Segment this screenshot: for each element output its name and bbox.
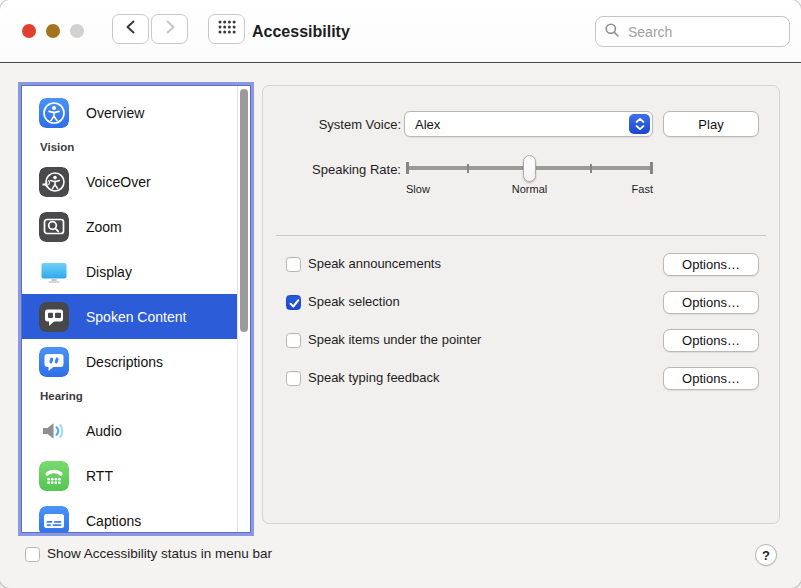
sidebar-list: Overview Vision VoiceOver [22, 86, 237, 532]
sidebar-item-label: Display [86, 264, 132, 280]
system-voice-popup[interactable]: Alex [404, 111, 653, 137]
sidebar: Overview Vision VoiceOver [21, 85, 251, 533]
sidebar-item-label: Captions [86, 513, 141, 529]
sidebar-item-captions[interactable]: Captions [22, 498, 237, 532]
toolbar: Accessibility [0, 0, 801, 63]
sidebar-item-audio[interactable]: Audio [22, 408, 237, 453]
chevron-right-icon [162, 19, 178, 39]
zoom-window-button[interactable] [70, 24, 84, 38]
slider-tick [467, 164, 469, 173]
sidebar-item-overview[interactable]: Overview [22, 90, 237, 135]
system-voice-label: System Voice: [263, 117, 401, 132]
spoken-content-icon [39, 302, 69, 332]
page-title: Accessibility [252, 0, 350, 63]
system-voice-value: Alex [415, 117, 440, 132]
speak-announcements-row: Speak announcements Options… [263, 253, 781, 277]
speak-items-under-pointer-options-button[interactable]: Options… [663, 329, 759, 352]
slider-tick [650, 162, 653, 174]
speak-announcements-checkbox[interactable] [286, 257, 301, 272]
slider-tick [590, 164, 592, 173]
speak-announcements-options-button[interactable]: Options… [663, 253, 759, 276]
sidebar-item-voiceover[interactable]: VoiceOver [22, 159, 237, 204]
voiceover-icon [39, 167, 69, 197]
speak-typing-feedback-label: Speak typing feedback [308, 370, 440, 385]
speak-typing-feedback-checkbox[interactable] [286, 371, 301, 386]
speak-typing-feedback-options-button[interactable]: Options… [663, 367, 759, 390]
sidebar-item-label: RTT [86, 468, 113, 484]
chevron-left-icon [123, 19, 139, 39]
search-input[interactable] [626, 23, 776, 41]
sidebar-item-rtt[interactable]: RTT [22, 453, 237, 498]
search-icon [604, 22, 620, 42]
sidebar-section-hearing: Hearing [22, 384, 237, 408]
zoom-icon [39, 212, 69, 242]
play-button[interactable]: Play [663, 111, 759, 137]
rtt-icon [39, 461, 69, 491]
sidebar-item-descriptions[interactable]: Descriptions [22, 339, 237, 384]
popup-chevrons-icon [629, 114, 650, 134]
sidebar-item-display[interactable]: Display [22, 249, 237, 294]
speak-items-under-pointer-row: Speak items under the pointer Options… [263, 329, 781, 353]
show-accessibility-status-checkbox[interactable] [25, 547, 40, 562]
speak-selection-options-button[interactable]: Options… [663, 291, 759, 314]
search-field[interactable] [595, 16, 790, 47]
speak-items-under-pointer-label: Speak items under the pointer [308, 332, 481, 347]
slider-tick [406, 162, 409, 174]
speak-selection-checkbox[interactable] [286, 295, 301, 310]
descriptions-icon [39, 347, 69, 377]
speaking-rate-label: Speaking Rate: [263, 162, 401, 177]
sidebar-item-label: Audio [86, 423, 122, 439]
show-all-preferences-button[interactable] [208, 14, 245, 44]
forward-button[interactable] [151, 14, 188, 44]
speak-selection-label: Speak selection [308, 294, 400, 309]
section-divider [276, 235, 766, 236]
captions-icon [39, 506, 69, 533]
accessibility-overview-icon [39, 98, 69, 128]
slider-label-slow: Slow [406, 183, 430, 195]
minimize-window-button[interactable] [46, 24, 60, 38]
speak-selection-row: Speak selection Options… [263, 291, 781, 315]
sidebar-item-label: Descriptions [86, 354, 163, 370]
sidebar-item-label: Overview [86, 105, 144, 121]
sidebar-item-label: Spoken Content [86, 309, 186, 325]
sidebar-section-vision: Vision [22, 135, 237, 159]
speak-items-under-pointer-checkbox[interactable] [286, 333, 301, 348]
back-button[interactable] [112, 14, 149, 44]
speak-announcements-label: Speak announcements [308, 256, 441, 271]
spoken-content-panel: System Voice: Alex Play Speaking Rate: S… [262, 85, 780, 524]
display-icon [39, 257, 69, 287]
sidebar-scrollbar-thumb[interactable] [240, 89, 248, 332]
sidebar-scrollbar-track[interactable] [237, 86, 250, 532]
sidebar-item-label: Zoom [86, 219, 122, 235]
slider-thumb[interactable] [523, 155, 536, 182]
help-button[interactable]: ? [755, 544, 777, 566]
show-accessibility-status-label: Show Accessibility status in menu bar [47, 546, 272, 561]
slider-label-fast: Fast [632, 183, 653, 195]
accessibility-preferences-window: Accessibility Overview [0, 0, 801, 588]
slider-tick-labels: Slow Normal Fast [406, 183, 653, 197]
close-window-button[interactable] [22, 24, 36, 38]
sidebar-item-zoom[interactable]: Zoom [22, 204, 237, 249]
audio-icon [39, 416, 69, 446]
speak-typing-feedback-row: Speak typing feedback Options… [263, 367, 781, 391]
sidebar-item-label: VoiceOver [86, 174, 151, 190]
sidebar-item-spoken-content[interactable]: Spoken Content [22, 294, 237, 339]
grid-icon [217, 19, 237, 39]
speaking-rate-slider[interactable] [406, 154, 653, 184]
slider-label-normal: Normal [512, 183, 547, 195]
